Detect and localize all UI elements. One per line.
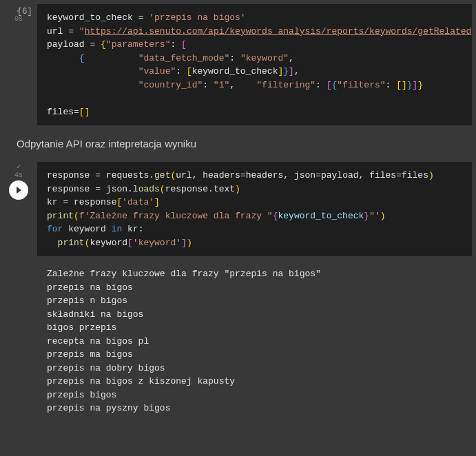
check-icon: ✓ — [17, 163, 21, 171]
code-editor[interactable]: keyword_to_check = 'przepis na bigos' ur… — [37, 4, 472, 125]
execution-time: 4s — [14, 172, 23, 179]
code-editor[interactable]: response = requests.get(url, headers=hea… — [37, 162, 472, 256]
cell-output: Zależne frazy kluczowe dla frazy "przepi… — [37, 260, 476, 422]
code-cell-2: ✓ 4s response = requests.get(url, header… — [0, 158, 476, 422]
code-cell-1: ✓ 0s [6] keyword_to_check = 'przepis na … — [0, 0, 476, 129]
cell-gutter: ✓ 4s — [0, 158, 37, 260]
cell-gutter: ✓ 0s [6] — [0, 0, 37, 129]
execution-count: [6] — [17, 7, 32, 17]
section-heading: Odpytanie API oraz intepretacja wyniku — [0, 129, 476, 158]
run-cell-button[interactable] — [9, 180, 28, 200]
